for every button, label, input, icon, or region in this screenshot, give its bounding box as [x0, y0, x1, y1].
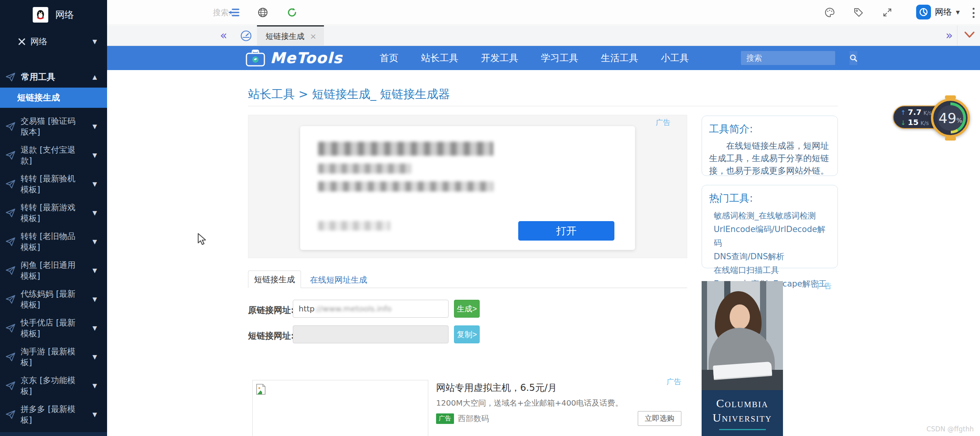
section-label: 常用工具	[21, 71, 55, 83]
hot-link-urlencode[interactable]: UrlEncode编码/UrlDecode解码	[709, 223, 830, 250]
theme-palette-icon[interactable]	[824, 7, 835, 18]
tag-icon[interactable]	[853, 7, 864, 18]
app-title: 网络	[55, 9, 74, 21]
source-url-value-redacted: ://www.metools.info	[315, 304, 392, 313]
sidebar-item[interactable]: 淘手游 [最新模板] ▼	[0, 343, 107, 371]
account-label: 网络	[935, 6, 952, 18]
tool-intro-panel: 工具简介: 在线短链接生成器，短网址生成工具，生成易于分享的短链接，也易于形成更…	[702, 116, 838, 176]
sidebar-item[interactable]: 交易猫 [验证码版本] ▼	[0, 112, 107, 141]
scroll-down-icon[interactable]	[964, 32, 975, 39]
sidebar-item[interactable]: 退款 [支付宝退款] ▼	[0, 141, 107, 170]
hot-link-port-scan[interactable]: 在线端口扫描工具	[709, 264, 830, 277]
site-logo[interactable]: MeTools	[245, 49, 343, 67]
site-nav-links: 首页 站长工具 开发工具 学习工具 生活工具 小工具	[380, 52, 689, 64]
hot-link-dns-lookup[interactable]: DNS查询/DNS解析	[709, 250, 830, 264]
toolbar-search-input[interactable]	[213, 5, 431, 20]
tabs-underline	[248, 288, 687, 288]
panel-title: 工具简介:	[709, 122, 830, 136]
close-tab-icon[interactable]: ×	[310, 32, 317, 41]
sidebar-profile[interactable]: 网络 ▼	[0, 33, 107, 51]
send-icon	[5, 72, 16, 82]
open-button[interactable]: 打开	[518, 221, 614, 241]
nav-dev-tools[interactable]: 开发工具	[481, 52, 518, 64]
chevron-down-icon[interactable]: ▼	[92, 209, 97, 216]
ad-banner-top: 广告 打开	[248, 115, 687, 258]
send-icon	[5, 121, 16, 132]
source-url-input[interactable]: http://www.metools.info	[293, 300, 449, 318]
chevron-down-icon[interactable]: ▼	[92, 123, 97, 130]
send-icon	[5, 352, 16, 362]
chevron-down-icon[interactable]: ▼	[92, 296, 97, 303]
sidebar-item[interactable]: 转转 [最新游戏模板] ▼	[0, 199, 107, 227]
ad-card[interactable]: 打开	[300, 126, 635, 250]
ad-advertiser-row: 广告 西部数码	[436, 413, 489, 424]
chevron-down-icon[interactable]: ▼	[92, 325, 97, 332]
chevron-down-icon[interactable]: ▼	[92, 152, 97, 159]
sidebar-item[interactable]: 闲鱼 [老旧通用模板] ▼	[0, 256, 107, 285]
short-url-input[interactable]	[293, 325, 449, 343]
source-url-label: 原链接网址:	[248, 304, 294, 316]
ad-badge: 广告	[436, 413, 454, 424]
nav-study-tools[interactable]: 学习工具	[541, 52, 578, 64]
ad-description: 1200M大空间，送域名+企业邮箱+400电话及话费。	[436, 398, 623, 408]
sidebar-item[interactable]: 转转 [老旧物品模板] ▼	[0, 227, 107, 256]
tool-tab-online-short-url[interactable]: 在线短网址生成	[310, 274, 367, 285]
generate-button[interactable]: 生成>	[454, 300, 480, 318]
chevron-down-icon[interactable]: ▼	[92, 181, 97, 188]
sidebar-item[interactable]: 转转 [最新验机模板] ▼	[0, 170, 107, 199]
nav-life-tools[interactable]: 生活工具	[601, 52, 638, 64]
chevron-down-icon[interactable]: ▼	[92, 353, 97, 360]
search-icon[interactable]	[850, 51, 857, 65]
chevron-up-icon[interactable]: ▲	[92, 74, 97, 81]
collapse-tabs-icon[interactable]: «	[220, 28, 227, 42]
sidebar-footer-strip	[0, 432, 107, 436]
ad-title[interactable]: 网站专用虚拟主机，6.5元/月	[436, 382, 557, 394]
tool-tab-short-link[interactable]: 短链接生成	[248, 271, 301, 288]
chevron-down-icon[interactable]: ▼	[92, 411, 97, 418]
hot-link-sensitive-word-check[interactable]: 敏感词检测_在线敏感词检测	[709, 209, 830, 223]
page-title-breadcrumb: 站长工具 > 短链接生成_ 短链接生成器	[248, 86, 450, 102]
download-speed-value: 15	[908, 118, 918, 127]
fullscreen-icon[interactable]	[882, 7, 893, 18]
send-icon	[5, 265, 16, 276]
ad-image-placeholder[interactable]	[252, 380, 428, 436]
item-label: 拼多多 [最新模板]	[21, 404, 82, 425]
nav-webmaster-tools[interactable]: 站长工具	[421, 52, 458, 64]
account-menu[interactable]: 网络 ▼	[916, 5, 960, 19]
sidebar-section-common-tools[interactable]: 常用工具 ▲	[0, 68, 107, 86]
disconnect-icon	[18, 38, 26, 46]
chevron-down-icon[interactable]: ▼	[92, 38, 97, 45]
sidebar-item[interactable]: 快手优店 [最新模板] ▼	[0, 314, 107, 343]
sidebar-item[interactable]: 拼多多 [最新模板] ▼	[0, 400, 107, 429]
sidebar-item-short-link-generator[interactable]: 短链接生成	[0, 88, 107, 108]
download-arrow-icon: ↓	[901, 119, 906, 127]
item-label: 快手优店 [最新模板]	[21, 317, 82, 339]
sidebar-item[interactable]: 京东 [多功能模板] ▼	[0, 371, 107, 400]
expand-tabs-icon[interactable]: »	[946, 28, 953, 42]
item-label: 转转 [老旧物品模板]	[21, 231, 82, 253]
upload-arrow-icon: ↑	[901, 109, 906, 116]
acceleration-gauge[interactable]: 49 %	[931, 98, 970, 137]
upload-speed-value: 7.7	[908, 107, 921, 117]
upload-speed-unit: K/s	[924, 110, 932, 116]
ad-caption-underline	[719, 429, 766, 430]
chevron-down-icon[interactable]: ▼	[92, 238, 97, 245]
chevron-down-icon[interactable]: ▼	[92, 382, 97, 389]
columbia-university-ad[interactable]: Columbia University	[702, 281, 783, 436]
ad-caption-line1: Columbia	[716, 397, 768, 410]
panel-body: 在线短链接生成器，短网址生成工具，生成易于分享的短链接，也易于形成更多网站外链。	[709, 140, 830, 177]
more-menu-icon[interactable]	[972, 8, 975, 18]
send-icon	[5, 294, 16, 304]
chevron-down-icon[interactable]: ▼	[92, 267, 97, 274]
active-item-label: 短链接生成	[17, 92, 60, 104]
nav-mini-tools[interactable]: 小工具	[661, 52, 689, 64]
nav-home[interactable]: 首页	[380, 52, 398, 64]
sidebar-item[interactable]: 代练妈妈 [最新模板] ▼	[0, 285, 107, 314]
gauge-value: 49 %	[933, 101, 968, 135]
site-search-input[interactable]	[741, 51, 850, 65]
tab-short-link-generator[interactable]: 短链接生成 ×	[257, 25, 324, 46]
buy-now-button[interactable]: 立即选购	[638, 411, 681, 426]
dashboard-icon[interactable]	[240, 30, 252, 42]
tab-label: 短链接生成	[266, 31, 304, 42]
copy-button[interactable]: 复制>	[454, 325, 480, 343]
